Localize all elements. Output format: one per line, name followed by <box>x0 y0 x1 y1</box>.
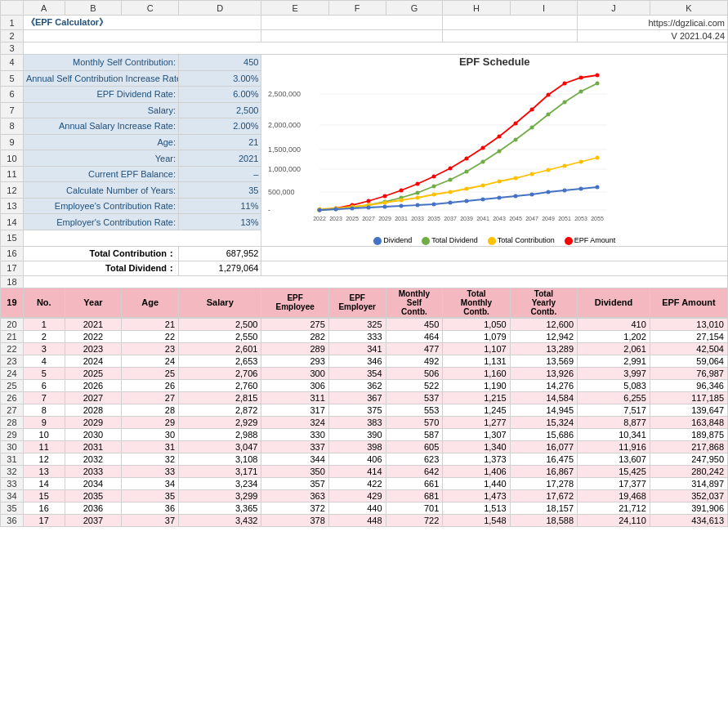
col-header-i: I <box>510 1 577 16</box>
employee-rate-value[interactable]: 11% <box>179 198 261 214</box>
empty-row1b <box>443 16 578 30</box>
monthly-self-label: Monthly Self Contribution: <box>23 55 178 71</box>
data-cell: 2031 <box>65 440 122 453</box>
svg-text:2025: 2025 <box>346 216 360 221</box>
row-2-num: 2 <box>1 30 24 42</box>
row-num-cell: 30 <box>1 440 24 453</box>
age-label: Age: <box>23 134 178 150</box>
data-cell: 605 <box>386 440 443 453</box>
data-cell: 344 <box>261 453 328 465</box>
calc-years-value[interactable]: 35 <box>179 182 261 199</box>
col-header-b: B <box>65 1 122 16</box>
data-cell: 59,064 <box>650 355 727 367</box>
svg-point-45 <box>563 82 567 86</box>
data-cell: 1,245 <box>443 404 510 416</box>
svg-point-36 <box>416 182 420 186</box>
data-cell: 1,373 <box>443 453 510 465</box>
data-cell: 306 <box>261 379 328 391</box>
data-cell: 363 <box>261 489 328 502</box>
employer-rate-value[interactable]: 13% <box>179 214 261 230</box>
data-cell: 1,548 <box>443 514 510 526</box>
annual-self-increase-value[interactable]: 3.00% <box>179 70 261 87</box>
data-cell: 314,897 <box>650 477 727 489</box>
table-row: 2452025252,7063003545061,16013,9263,9977… <box>1 367 728 379</box>
svg-point-71 <box>400 199 404 203</box>
data-cell: 587 <box>386 428 443 440</box>
th-no: No. <box>23 288 65 317</box>
svg-point-42 <box>514 122 518 126</box>
data-cell: 13,289 <box>510 342 577 355</box>
row-15-num: 15 <box>1 230 24 247</box>
row17-empty <box>261 261 728 275</box>
row-1-num: 1 <box>1 16 24 30</box>
table-row: 30112031313,0473373986051,34016,07711,91… <box>1 440 728 453</box>
th-total-monthly: TotalMonthlyContb. <box>443 288 510 317</box>
salary-value[interactable]: 2,500 <box>179 102 261 118</box>
svg-point-94 <box>481 198 485 202</box>
data-cell: 2033 <box>65 465 122 477</box>
data-cell: 293 <box>261 355 328 367</box>
data-cell: 9 <box>23 416 65 428</box>
svg-point-98 <box>547 190 551 194</box>
data-cell: 2,601 <box>179 342 261 355</box>
data-cell: 522 <box>386 379 443 391</box>
year-label: Year: <box>23 150 178 167</box>
svg-point-37 <box>432 175 436 179</box>
svg-point-34 <box>383 194 387 199</box>
data-cell: 3 <box>23 342 65 355</box>
th-epf-employer: EPFEmployer <box>328 288 386 317</box>
data-cell: 537 <box>386 391 443 404</box>
svg-point-57 <box>465 170 469 174</box>
svg-point-77 <box>498 180 502 184</box>
data-cell: 1,215 <box>443 391 510 404</box>
data-cell: 7,517 <box>578 404 650 416</box>
row-num-cell: 33 <box>1 477 24 489</box>
data-cell: 3,047 <box>179 440 261 453</box>
data-cell: 623 <box>386 453 443 465</box>
data-cell: 17,377 <box>578 477 650 489</box>
col-header-a: A <box>23 1 65 16</box>
svg-point-101 <box>596 185 600 190</box>
row-num-cell: 31 <box>1 453 24 465</box>
data-cell: 2,550 <box>179 330 261 342</box>
row-num-cell: 22 <box>1 342 24 355</box>
data-cell: 1,277 <box>443 416 510 428</box>
svg-point-41 <box>498 135 502 139</box>
data-cell: 325 <box>328 318 386 330</box>
data-cell: 13,926 <box>510 367 577 379</box>
row-13-num: 13 <box>1 198 24 214</box>
age-value[interactable]: 21 <box>179 134 261 150</box>
data-cell: 42,504 <box>650 342 727 355</box>
year-value[interactable]: 2021 <box>179 150 261 167</box>
data-cell: 2037 <box>65 514 122 526</box>
data-cell: 13,010 <box>650 318 727 330</box>
row-4-num: 4 <box>1 55 24 71</box>
col-header-c: C <box>122 1 179 16</box>
data-cell: 1,406 <box>443 465 510 477</box>
corner-cell <box>1 1 24 16</box>
row-num-cell: 27 <box>1 404 24 416</box>
current-epf-value[interactable]: – <box>179 166 261 182</box>
data-cell: 4 <box>23 355 65 367</box>
data-cell: 36 <box>122 502 179 514</box>
data-cell: 2030 <box>65 428 122 440</box>
annual-salary-increase-value[interactable]: 2.00% <box>179 118 261 135</box>
epf-dividend-value[interactable]: 6.00% <box>179 87 261 103</box>
data-cell: 15 <box>23 489 65 502</box>
monthly-self-value[interactable]: 450 <box>179 55 261 71</box>
data-cell: 12 <box>23 453 65 465</box>
row-num-cell: 28 <box>1 416 24 428</box>
col-header-j: J <box>578 1 650 16</box>
svg-point-90 <box>416 203 420 208</box>
data-cell: 189,875 <box>650 428 727 440</box>
svg-text:1,000,000: 1,000,000 <box>268 165 301 173</box>
data-cell: 5 <box>23 367 65 379</box>
data-cell: 681 <box>386 489 443 502</box>
total-dividend-label: Total Dividend： <box>23 261 178 275</box>
svg-text:2029: 2029 <box>379 216 392 221</box>
data-cell: 3,171 <box>179 465 261 477</box>
data-cell: 10 <box>23 428 65 440</box>
row-17-num: 17 <box>1 261 24 275</box>
row2-empty <box>23 30 261 42</box>
data-cell: 31 <box>122 440 179 453</box>
